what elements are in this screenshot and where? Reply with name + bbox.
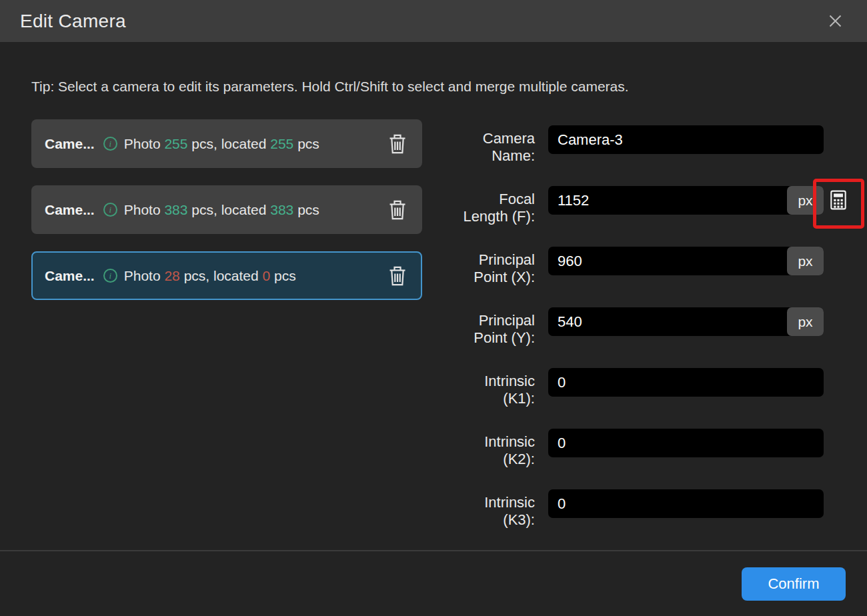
stats-end-word: pcs <box>297 136 319 151</box>
close-icon <box>826 12 844 30</box>
camera-name-label: Came... <box>45 268 95 284</box>
camera-parameters-form: Camera Name: Focal Length (F): px <box>460 125 867 539</box>
photo-count: 383 <box>164 202 187 217</box>
px-unit-suffix: px <box>787 307 824 336</box>
located-count: 255 <box>270 136 293 151</box>
stats-end-word: pcs <box>274 268 296 283</box>
intrinsic-k1-input[interactable] <box>548 368 824 397</box>
focal-length-field-label: Focal Length (F): <box>460 186 535 225</box>
form-row-principal-point-y: Principal Point (Y): px <box>460 307 867 347</box>
camera-name-label: Came... <box>45 202 95 218</box>
principal-point-y-input[interactable] <box>548 307 824 336</box>
stats-mid-words: pcs, located <box>191 202 266 217</box>
camera-list: Came... i Photo 255 pcs, located 255 pcs <box>31 119 422 317</box>
dialog-title: Edit Camera <box>20 11 126 32</box>
camera-photo-stats: Photo 383 pcs, located 383 pcs <box>124 202 319 218</box>
form-row-intrinsic-k3: Intrinsic (K3): <box>460 489 867 529</box>
camera-photo-stats: Photo 28 pcs, located 0 pcs <box>124 268 296 284</box>
focal-length-input[interactable] <box>548 186 824 215</box>
intrinsic-k1-field-label: Intrinsic (K1): <box>460 368 535 407</box>
close-button[interactable] <box>820 7 850 36</box>
form-row-intrinsic-k1: Intrinsic (K1): <box>460 368 867 407</box>
camera-list-item-2[interactable]: Came... i Photo 383 pcs, located 383 pcs <box>31 185 422 234</box>
located-count: 0 <box>263 268 271 283</box>
camera-photo-stats: Photo 255 pcs, located 255 pcs <box>124 136 319 152</box>
photo-count: 255 <box>164 136 187 151</box>
photo-count: 28 <box>164 268 179 283</box>
px-unit-suffix: px <box>787 186 824 215</box>
dialog-body: Tip: Select a camera to edit its paramet… <box>0 42 867 549</box>
stats-end-word: pcs <box>297 202 319 217</box>
delete-camera-button[interactable] <box>385 130 410 158</box>
px-unit-suffix: px <box>787 247 824 275</box>
info-icon: i <box>103 203 117 217</box>
confirm-button[interactable]: Confirm <box>742 567 846 601</box>
calculator-icon <box>828 189 849 211</box>
stats-photo-word: Photo <box>124 202 161 217</box>
info-icon: i <box>103 269 117 283</box>
intrinsic-k2-field-label: Intrinsic (K2): <box>460 429 535 468</box>
intrinsic-k2-input[interactable] <box>548 429 824 457</box>
intrinsic-k3-field-label: Intrinsic (K3): <box>460 489 535 529</box>
located-count: 383 <box>270 202 293 217</box>
camera-name-label: Came... <box>45 136 95 152</box>
stats-photo-word: Photo <box>124 268 161 283</box>
principal-point-x-input[interactable] <box>548 247 824 275</box>
delete-camera-button[interactable] <box>385 262 410 290</box>
form-row-intrinsic-k2: Intrinsic (K2): <box>460 429 867 468</box>
principal-point-y-field-label: Principal Point (Y): <box>460 307 535 347</box>
focal-length-calculator-button[interactable] <box>828 189 849 211</box>
form-row-principal-point-x: Principal Point (X): px <box>460 247 867 286</box>
stats-mid-words: pcs, located <box>191 136 266 151</box>
dialog-footer: Confirm <box>0 550 867 616</box>
principal-point-x-field-label: Principal Point (X): <box>460 247 535 286</box>
info-icon: i <box>103 137 117 151</box>
intrinsic-k3-input[interactable] <box>548 489 824 518</box>
camera-list-item-3-selected[interactable]: Came... i Photo 28 pcs, located 0 pcs <box>31 251 422 300</box>
dialog-titlebar: Edit Camera <box>0 0 867 42</box>
trash-icon <box>387 199 407 221</box>
stats-photo-word: Photo <box>124 136 161 151</box>
trash-icon <box>387 133 407 155</box>
stats-mid-words: pcs, located <box>184 268 259 283</box>
form-row-focal-length: Focal Length (F): px <box>460 186 867 225</box>
tip-text: Tip: Select a camera to edit its paramet… <box>0 42 867 95</box>
camera-name-field-label: Camera Name: <box>460 125 535 165</box>
camera-list-item-1[interactable]: Came... i Photo 255 pcs, located 255 pcs <box>31 119 422 168</box>
form-row-camera-name: Camera Name: <box>460 125 867 165</box>
delete-camera-button[interactable] <box>385 196 410 224</box>
camera-name-input[interactable] <box>548 125 824 154</box>
trash-icon <box>387 265 407 287</box>
